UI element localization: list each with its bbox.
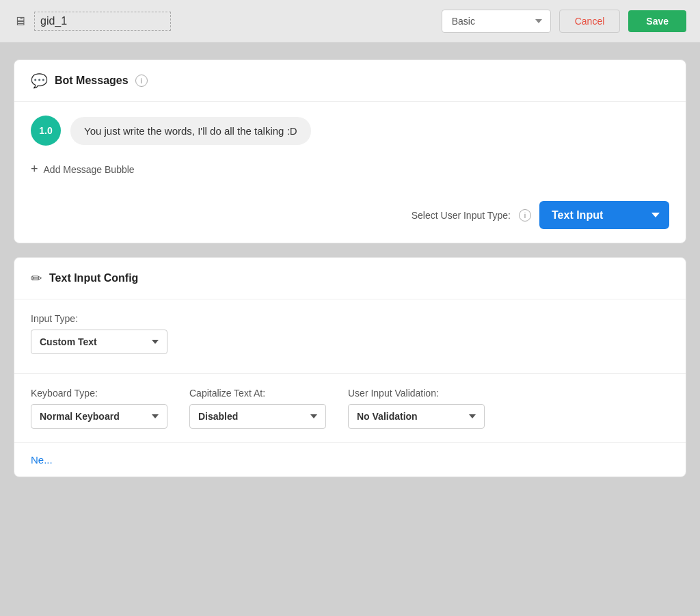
cancel-button[interactable]: Cancel [559,10,621,33]
keyboard-type-label: Keyboard Type: [31,388,167,399]
bot-messages-header: 💬 Bot Messages i [14,60,686,102]
capitalize-select[interactable]: Disabled Characters Words Sentences [189,404,326,429]
config-footer: Ne... [14,443,686,477]
next-link[interactable]: Ne... [31,454,53,466]
bot-messages-info-icon[interactable]: i [135,75,148,87]
bot-messages-title: Bot Messages [55,75,129,87]
input-type-label: Select User Input Type: [412,210,511,221]
chat-icon: 💬 [31,72,48,89]
input-type-config-select[interactable]: Custom Text Email Number Phone [31,330,167,354]
capitalize-group: Capitalize Text At: Disabled Characters … [189,388,326,429]
input-type-row: Select User Input Type: i Text Input But… [31,193,669,229]
keyboard-type-group: Keyboard Type: Normal Keyboard Number Ke… [31,388,167,429]
name-input[interactable] [34,12,171,31]
config-header: ✏ Text Input Config [14,258,686,299]
validation-group: User Input Validation: No Validation Ema… [348,388,485,429]
message-bubble[interactable]: You just write the words, I'll do all th… [70,117,311,145]
input-type-group: Input Type: Custom Text Email Number Pho… [31,313,669,354]
version-badge: 1.0 [31,116,61,146]
add-message-label: Add Message Bubble [44,164,135,175]
input-type-section: Input Type: Custom Text Email Number Pho… [14,299,686,374]
bot-messages-card: 💬 Bot Messages i 1.0 You just write the … [14,59,686,243]
save-button[interactable]: Save [628,10,686,32]
message-row: 1.0 You just write the words, I'll do al… [31,116,669,146]
input-type-info-icon[interactable]: i [519,209,531,222]
add-message-row[interactable]: + Add Message Bubble [31,159,669,179]
three-col-section: Keyboard Type: Normal Keyboard Number Ke… [14,374,686,443]
config-title: Text Input Config [49,272,138,284]
capitalize-label: Capitalize Text At: [189,388,326,399]
keyboard-type-select[interactable]: Normal Keyboard Number Keyboard Email Ke… [31,404,167,429]
bot-messages-body: 1.0 You just write the words, I'll do al… [14,102,686,243]
input-type-form-label: Input Type: [31,313,669,324]
validation-label: User Input Validation: [348,388,485,399]
desktop-icon: 🖥 [14,14,26,29]
edit-icon: ✏ [31,270,42,286]
plus-icon: + [31,162,38,176]
main-content: 💬 Bot Messages i 1.0 You just write the … [0,43,700,494]
input-type-select[interactable]: Text Input Button Date Picker [539,201,669,229]
config-card: ✏ Text Input Config Input Type: Custom T… [14,257,686,477]
mode-select[interactable]: Basic Advanced [442,10,551,33]
topbar: 🖥 Basic Advanced Cancel Save [0,0,700,43]
validation-select[interactable]: No Validation Email Number URL [348,404,485,429]
